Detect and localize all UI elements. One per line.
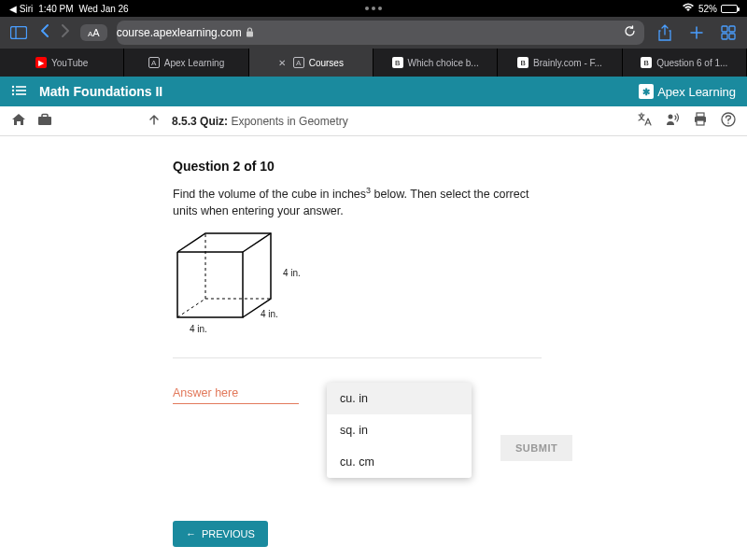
svg-point-7 xyxy=(12,86,14,88)
menu-icon[interactable] xyxy=(11,84,26,99)
svg-rect-5 xyxy=(722,34,727,39)
battery-percent: 52% xyxy=(698,4,717,14)
apex-logo[interactable]: ✱ Apex Learning xyxy=(639,84,736,99)
question-text: Find the volume of the cube in inches3 b… xyxy=(173,185,546,219)
answer-input[interactable]: Answer here xyxy=(173,383,299,404)
brainly-icon: B xyxy=(392,57,403,68)
dimension-height: 4 in. xyxy=(283,268,301,278)
tab-youtube[interactable]: ▶YouTube xyxy=(0,49,124,77)
unit-option-sq-in[interactable]: sq. in xyxy=(327,414,472,446)
browser-tab-strip: ▶YouTube AApex Learning ✕ACourses BWhich… xyxy=(0,49,747,77)
svg-point-14 xyxy=(669,115,673,119)
svg-rect-17 xyxy=(697,120,704,125)
close-tab-icon[interactable]: ✕ xyxy=(278,58,286,68)
tab-apex-learning[interactable]: AApex Learning xyxy=(124,49,248,77)
read-aloud-icon[interactable] xyxy=(665,112,680,130)
up-nav-icon[interactable] xyxy=(148,113,161,129)
lesson-code: 8.5.3 xyxy=(172,115,197,128)
wifi-icon xyxy=(682,3,695,14)
dimension-depth: 4 in. xyxy=(261,309,278,319)
apex-mark-icon: ✱ xyxy=(639,84,654,99)
app-header: Math Foundations II ✱ Apex Learning xyxy=(0,77,747,106)
svg-rect-0 xyxy=(11,27,27,39)
ios-status-bar: ◀ Siri 1:40 PM Wed Jan 26 52% xyxy=(0,0,747,17)
unit-option-cu-cm[interactable]: cu. cm xyxy=(327,446,472,478)
status-time: 1:40 PM xyxy=(38,4,73,14)
svg-point-9 xyxy=(12,90,14,91)
breadcrumb-bar: 8.5.3 Quiz: Exponents in Geometry xyxy=(0,106,747,136)
brainly-icon: B xyxy=(517,57,529,68)
print-icon[interactable] xyxy=(693,112,708,130)
svg-rect-12 xyxy=(16,93,26,95)
share-icon[interactable] xyxy=(654,21,676,44)
svg-rect-15 xyxy=(697,113,704,117)
lock-icon xyxy=(246,27,254,39)
apex-icon: A xyxy=(293,57,304,68)
sidebar-toggle-icon[interactable] xyxy=(7,21,30,44)
tab-question-6[interactable]: BQuestion 6 of 1... xyxy=(623,49,747,77)
svg-point-11 xyxy=(12,93,14,95)
tab-brainly[interactable]: BBrainly.com - F... xyxy=(498,49,622,77)
url-text: course.apexlearning.com xyxy=(117,26,242,39)
tab-courses[interactable]: ✕ACourses xyxy=(249,49,374,77)
safari-toolbar: AA course.apexlearning.com xyxy=(0,17,747,49)
svg-rect-3 xyxy=(722,26,727,32)
submit-button[interactable]: SUBMIT xyxy=(500,435,572,461)
svg-rect-2 xyxy=(247,31,253,36)
help-icon[interactable] xyxy=(721,112,736,130)
previous-button[interactable]: ← PREVIOUS xyxy=(173,521,268,547)
reload-icon[interactable] xyxy=(623,24,637,41)
course-title: Math Foundations II xyxy=(39,84,162,99)
youtube-icon: ▶ xyxy=(35,57,47,68)
text-size-button[interactable]: AA xyxy=(80,24,107,41)
cube-diagram: 4 in. 4 in. 4 in. xyxy=(173,229,303,331)
svg-rect-8 xyxy=(16,86,26,88)
svg-line-20 xyxy=(243,233,271,252)
lesson-type: Quiz: xyxy=(200,115,228,128)
translate-icon[interactable] xyxy=(637,112,652,130)
units-dropdown[interactable]: cu. in sq. in cu. cm xyxy=(327,383,472,478)
brainly-icon: B xyxy=(641,57,652,68)
home-icon[interactable] xyxy=(11,113,26,129)
svg-point-19 xyxy=(727,122,729,124)
divider xyxy=(173,357,542,358)
svg-rect-10 xyxy=(16,90,26,91)
dimension-width: 4 in. xyxy=(190,324,207,334)
multitask-dots[interactable] xyxy=(365,7,382,10)
unit-option-cu-in[interactable]: cu. in xyxy=(327,383,472,414)
address-bar[interactable]: course.apexlearning.com xyxy=(117,21,644,45)
svg-rect-4 xyxy=(729,26,735,32)
back-button[interactable] xyxy=(39,23,50,43)
question-content: Question 2 of 10 Find the volume of the … xyxy=(0,136,747,478)
new-tab-icon[interactable] xyxy=(685,21,708,44)
svg-rect-6 xyxy=(729,34,735,39)
status-date: Wed Jan 26 xyxy=(78,4,128,14)
lesson-name: Exponents in Geometry xyxy=(231,115,347,128)
back-to-app[interactable]: ◀ Siri xyxy=(9,4,33,14)
arrow-left-icon: ← xyxy=(186,528,196,539)
forward-button[interactable] xyxy=(60,23,71,43)
briefcase-icon[interactable] xyxy=(37,113,52,129)
apex-icon: A xyxy=(148,57,160,68)
tab-which-choice[interactable]: BWhich choice b... xyxy=(374,49,498,77)
battery-icon xyxy=(721,5,738,13)
tabs-overview-icon[interactable] xyxy=(717,21,740,44)
question-number: Question 2 of 10 xyxy=(173,159,747,174)
svg-rect-13 xyxy=(38,117,51,125)
